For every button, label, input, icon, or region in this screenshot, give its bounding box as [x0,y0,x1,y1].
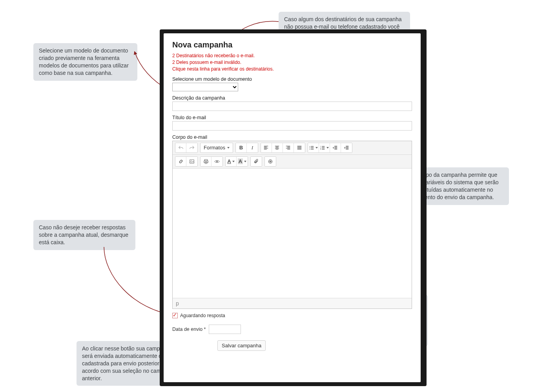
attachment-button[interactable] [251,157,262,166]
svg-point-7 [191,160,191,161]
warning-line-link[interactable]: Clique nesta linha para verificar os des… [172,66,412,72]
warning-line-2: 2 Deles possuem e-mail inválido. [172,59,412,65]
warning-line-1: 2 Destinatários não receberão o e-mail. [172,53,412,59]
body-label: Corpo do e-mail [172,134,412,140]
editor-content-area[interactable] [173,169,412,298]
email-title-input[interactable] [172,121,412,131]
indent-button[interactable] [341,143,352,152]
rich-text-editor: Formatos B I 123 [172,141,412,309]
awaiting-response-checkbox[interactable] [172,313,178,318]
editor-status-path: p [173,298,412,309]
link-button[interactable] [175,157,186,166]
preview-button[interactable] [212,157,222,166]
model-select[interactable] [172,83,238,91]
model-label: Selecione um modelo de documento [172,76,412,82]
send-date-label: Data de envio * [172,327,206,332]
send-date-input[interactable] [209,325,241,334]
insert-button[interactable] [265,157,276,166]
svg-point-0 [310,146,310,147]
description-input[interactable] [172,102,412,111]
dialog-frame: Nova campanha 2 Destinatários não recebe… [164,33,421,382]
formats-dropdown[interactable]: Formatos [201,143,233,152]
description-label: Descrição da campanha [172,95,412,101]
campaign-dialog: Nova campanha 2 Destinatários não recebe… [164,33,421,382]
outdent-button[interactable] [330,143,341,152]
svg-point-11 [216,161,218,162]
callout-model-select: Selecione um modelo de documento criado … [33,43,137,81]
svg-text:3: 3 [320,148,321,150]
svg-rect-8 [204,159,207,161]
number-list-button[interactable]: 123 [319,143,330,152]
undo-button[interactable] [175,143,186,152]
align-justify-button[interactable] [294,143,305,152]
image-button[interactable] [186,157,197,166]
bullet-list-button[interactable] [308,143,319,152]
svg-point-1 [310,147,310,148]
bg-color-button[interactable]: A [237,157,248,166]
save-campaign-button[interactable]: Salvar campanha [217,340,266,351]
redo-button[interactable] [186,143,197,152]
text-color-button[interactable]: A [226,157,237,166]
bold-button[interactable]: B [236,143,247,152]
align-center-button[interactable] [272,143,283,152]
dialog-title: Nova campanha [172,40,412,49]
awaiting-response-label: Aguardando resposta [180,313,225,318]
svg-point-2 [310,149,310,149]
email-title-label: Título do e-mail [172,115,412,120]
print-button[interactable] [201,157,212,166]
callout-awaiting-response: Caso não deseje receber respostas sobre … [33,220,135,250]
italic-button[interactable]: I [247,143,258,152]
align-left-button[interactable] [261,143,272,152]
align-right-button[interactable] [283,143,294,152]
